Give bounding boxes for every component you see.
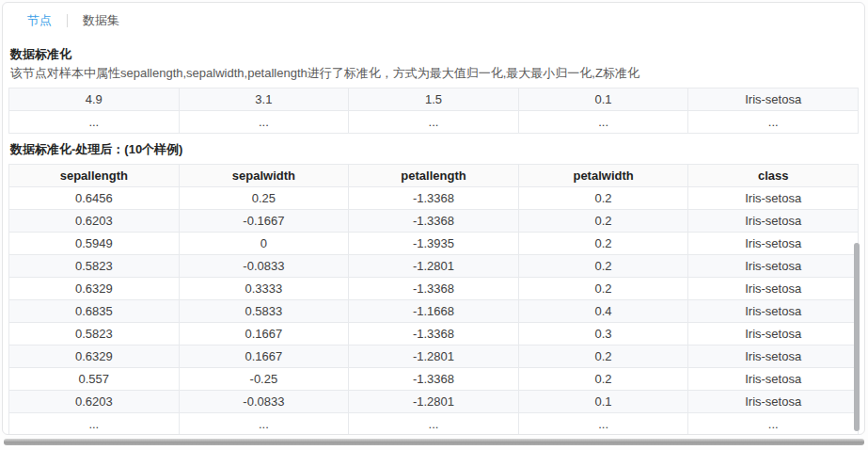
table-cell: 0.6329 (9, 278, 180, 300)
table-cell: Iris-setosa (688, 346, 859, 368)
table-cell: 0.4 (518, 300, 688, 323)
table-cell: ... (9, 111, 180, 134)
table-cell: 0.5833 (179, 300, 349, 323)
column-header: sepalwidth (179, 165, 349, 187)
table-row: 4.93.11.50.1Iris-setosa (9, 88, 859, 111)
table-cell: 0.25 (179, 187, 349, 210)
table-cell: Iris-setosa (688, 233, 859, 255)
table-cell: ... (179, 111, 349, 134)
table-cell: 0.1 (518, 391, 688, 413)
table-cell: Iris-setosa (688, 278, 859, 300)
table-cell: Iris-setosa (688, 88, 859, 111)
table-cell: 0.557 (9, 368, 180, 391)
table-cell: ... (349, 413, 519, 436)
table-cell: 3.1 (179, 88, 349, 111)
table-cell: 1.5 (349, 88, 519, 111)
tab-bar: 节点 数据集 (3, 3, 864, 29)
table-cell: -1.2801 (349, 255, 519, 278)
table-cell: 0.6456 (9, 187, 180, 210)
table-cell: 0.2 (518, 368, 688, 391)
table-row: ............... (9, 413, 859, 436)
column-header: class (688, 165, 859, 187)
table-cell: -1.2801 (349, 346, 519, 368)
table-cell: -0.25 (179, 368, 349, 391)
table-cell: -1.3368 (349, 368, 519, 391)
table-cell: 0.5823 (9, 255, 180, 278)
table-cell: 0.2 (518, 210, 688, 233)
table-cell: 0.1667 (179, 346, 349, 368)
table-cell: 4.9 (9, 88, 180, 111)
table-cell: 0.3333 (179, 278, 349, 300)
table-cell: 0.2 (518, 346, 688, 368)
table-row: 0.68350.5833-1.16680.4Iris-setosa (9, 300, 859, 323)
table-cell: 0.1667 (179, 323, 349, 346)
table-cell: -0.1667 (179, 210, 349, 233)
result-panel: 节点 数据集 数据标准化 该节点对样本中属性sepallength,sepalw… (2, 2, 865, 435)
table-cell: 0.5823 (9, 323, 180, 346)
section-title-normalization: 数据标准化 (10, 47, 857, 61)
table-row: 0.63290.1667-1.28010.2Iris-setosa (9, 346, 859, 368)
table-cell: ... (349, 111, 519, 134)
input-preview-table: 4.93.11.50.1Iris-setosa............... (8, 88, 859, 134)
table-cell: ... (688, 413, 859, 436)
tab-dataset[interactable]: 数据集 (83, 13, 119, 28)
table-cell: Iris-setosa (688, 300, 859, 323)
table-cell: -1.1668 (349, 300, 519, 323)
table-cell: Iris-setosa (688, 187, 859, 210)
section-title-processed: 数据标准化-处理后：(10个样例) (10, 142, 857, 156)
table-cell: Iris-setosa (688, 323, 859, 346)
table-cell: Iris-setosa (688, 368, 859, 391)
column-header: sepallength (9, 165, 180, 187)
table-cell: -1.2801 (349, 391, 519, 413)
table-cell: 0 (179, 233, 349, 255)
table-cell: 0.2 (518, 187, 688, 210)
panel-content: 数据标准化 该节点对样本中属性sepallength,sepalwidth,pe… (3, 47, 864, 435)
table-cell: 0.2 (518, 255, 688, 278)
table-cell: ... (518, 111, 688, 134)
horizontal-scrollbar-thumb[interactable] (4, 439, 864, 445)
screen: 节点 数据集 数据标准化 该节点对样本中属性sepallength,sepalw… (0, 0, 868, 450)
table-cell: 0.1 (518, 88, 688, 111)
table-cell: -1.3368 (349, 210, 519, 233)
vertical-scrollbar-thumb[interactable] (854, 243, 860, 431)
table-cell: 0.2 (518, 278, 688, 300)
table-row: 0.557-0.25-1.33680.2Iris-setosa (9, 368, 859, 391)
normalization-description: 该节点对样本中属性sepallength,sepalwidth,petallen… (10, 66, 857, 81)
table-cell: -1.3368 (349, 187, 519, 210)
table-cell: 0.6835 (9, 300, 180, 323)
table-row: 0.59490-1.39350.2Iris-setosa (9, 233, 859, 255)
tab-node[interactable]: 节点 (27, 13, 52, 28)
table-cell: 0.5949 (9, 233, 180, 255)
table-cell: Iris-setosa (688, 391, 859, 413)
table-row: 0.64560.25-1.33680.2Iris-setosa (9, 187, 859, 210)
tab-divider (67, 14, 68, 27)
table-cell: -0.0833 (179, 255, 349, 278)
table-row: 0.6203-0.0833-1.28010.1Iris-setosa (9, 391, 859, 413)
table-cell: 0.6203 (9, 210, 180, 233)
table-cell: 0.6329 (9, 346, 180, 368)
table-row: 0.58230.1667-1.33680.3Iris-setosa (9, 323, 859, 346)
table-cell: 0.2 (518, 233, 688, 255)
table-cell: 0.6203 (9, 391, 180, 413)
table-row: 0.6203-0.1667-1.33680.2Iris-setosa (9, 210, 859, 233)
table-cell: ... (518, 413, 688, 436)
table-row: 0.5823-0.0833-1.28010.2Iris-setosa (9, 255, 859, 278)
table-row: 0.63290.3333-1.33680.2Iris-setosa (9, 278, 859, 300)
table-cell: ... (688, 111, 859, 134)
table-cell: -1.3935 (349, 233, 519, 255)
table-cell: -1.3368 (349, 323, 519, 346)
processed-output-table: sepallengthsepalwidthpetallengthpetalwid… (8, 164, 859, 435)
table-cell: 0.3 (518, 323, 688, 346)
table-cell: Iris-setosa (688, 255, 859, 278)
table-cell: ... (179, 413, 349, 436)
column-header: petalwidth (518, 165, 688, 187)
table-cell: ... (9, 413, 180, 436)
column-header: petallength (349, 165, 519, 187)
header-row: sepallengthsepalwidthpetallengthpetalwid… (9, 165, 859, 187)
table-cell: -1.3368 (349, 278, 519, 300)
table-row: ............... (9, 111, 859, 134)
table-cell: -0.0833 (179, 391, 349, 413)
table-cell: Iris-setosa (688, 210, 859, 233)
